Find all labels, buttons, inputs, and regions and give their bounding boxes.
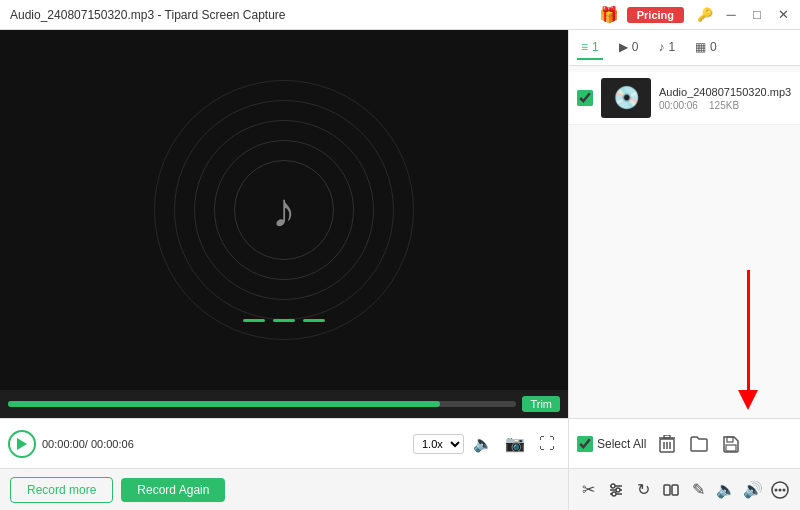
file-name: Audio_240807150320.mp3 [659,86,792,98]
window-controls: 🎁 Pricing 🔑 ─ □ ✕ [599,4,800,26]
file-list-item[interactable]: 💿 Audio_240807150320.mp3 00:00:06 125KB [569,72,800,125]
trash-icon [659,435,675,453]
title-bar: Audio_240807150320.mp3 - Tipard Screen C… [0,0,800,30]
svg-point-14 [612,492,616,496]
folder-open-button[interactable] [684,429,714,459]
bottom-action-bar: Select All [569,418,800,468]
playback-controls: 00:00:00/ 00:00:06 1.0x 0.5x 1.5x 2.0x 🔈… [0,418,568,468]
svg-point-18 [775,488,778,491]
trim-button[interactable]: Trim [522,396,560,412]
media-preview-area: ♪ [0,30,568,390]
tabs-row: ≡ 1 ▶ 0 ♪ 1 ▦ 0 [569,30,800,66]
tab-video-count: 1 [592,40,599,54]
save-icon [722,435,740,453]
cut-tool-button[interactable]: ✂ [575,475,602,505]
current-time: 00:00:00 [42,438,85,450]
music-note-icon: ♪ [272,183,296,238]
audio-tab-icon: ♪ [658,40,664,54]
left-panel: ♪ Trim 00:00:00/ 00:00:06 [0,30,568,510]
tab-image-count: 0 [710,40,717,54]
main-layout: ♪ Trim 00:00:00/ 00:00:06 [0,30,800,510]
progress-bar-row: Trim [0,390,568,418]
file-size: 125KB [709,100,739,111]
record-again-button[interactable]: Record Again [121,478,225,502]
loop-tool-button[interactable]: ↻ [630,475,657,505]
image-tab-icon: ▦ [695,40,706,54]
volume-down-tool-button[interactable]: 🔈 [712,475,739,505]
svg-rect-16 [672,485,678,495]
select-all-checkbox[interactable] [577,436,593,452]
file-list: 💿 Audio_240807150320.mp3 00:00:06 125KB [569,66,800,418]
svg-marker-0 [17,438,27,450]
record-more-button[interactable]: Record more [10,477,113,503]
dash-3 [303,319,325,322]
window-title: Audio_240807150320.mp3 - Tipard Screen C… [0,8,599,22]
bottom-toolbar: ✂ ↻ ✎ 🔈 🔊 [569,468,800,510]
key-icon[interactable]: 🔑 [694,4,716,26]
file-meta: 00:00:06 125KB [659,100,792,111]
select-all-label: Select All [597,437,646,451]
progress-fill [8,401,440,407]
equalizer-icon [608,482,624,498]
equalizer-tool-button[interactable] [602,475,629,505]
file-thumbnail: 💿 [601,78,651,118]
tab-play[interactable]: ▶ 0 [615,36,643,60]
svg-rect-15 [664,485,670,495]
audio-dashes [243,319,325,322]
gift-icon: 🎁 [599,5,619,24]
time-display: 00:00:00/ 00:00:06 [42,438,134,450]
tab-video[interactable]: ≡ 1 [577,36,603,60]
fullscreen-icon[interactable]: ⛶ [534,431,560,457]
svg-point-19 [779,488,782,491]
save-button[interactable] [716,429,746,459]
total-time: 00:00:06 [91,438,134,450]
svg-point-12 [611,484,615,488]
list-icon: ≡ [581,40,588,54]
svg-rect-6 [664,435,670,438]
edit-tool-button[interactable]: ✎ [685,475,712,505]
dash-2 [273,319,295,322]
maximize-button[interactable]: □ [746,4,768,26]
speed-select[interactable]: 1.0x 0.5x 1.5x 2.0x [413,434,464,454]
play-icon [17,438,27,450]
camera-icon[interactable]: 📷 [502,431,528,457]
right-panel: ≡ 1 ▶ 0 ♪ 1 ▦ 0 💿 [568,30,800,510]
svg-point-20 [783,488,786,491]
pricing-button[interactable]: Pricing [627,7,684,23]
file-checkbox[interactable] [577,90,593,106]
more-tool-button[interactable] [767,475,794,505]
close-button[interactable]: ✕ [772,4,794,26]
volume-icon[interactable]: 🔈 [470,431,496,457]
select-all-area: Select All [577,436,646,452]
music-visualization: ♪ [154,80,414,340]
dash-1 [243,319,265,322]
minimize-button[interactable]: ─ [720,4,742,26]
folder-icon [690,436,708,452]
file-info: Audio_240807150320.mp3 00:00:06 125KB [659,86,792,111]
play-button[interactable] [8,430,36,458]
svg-rect-8 [726,445,736,451]
file-duration: 00:00:06 [659,100,698,111]
delete-button[interactable] [652,429,682,459]
disc-icon: 💿 [613,85,640,111]
progress-track[interactable] [8,401,516,407]
merge-tool-button[interactable] [657,475,684,505]
tab-audio-count: 1 [668,40,675,54]
tab-image[interactable]: ▦ 0 [691,36,721,60]
play-tab-icon: ▶ [619,40,628,54]
more-icon [771,481,789,499]
svg-point-13 [616,488,620,492]
tab-play-count: 0 [632,40,639,54]
tab-audio[interactable]: ♪ 1 [654,36,679,60]
merge-icon [663,482,679,498]
record-row: Record more Record Again [0,468,568,510]
volume-up-tool-button[interactable]: 🔊 [739,475,766,505]
